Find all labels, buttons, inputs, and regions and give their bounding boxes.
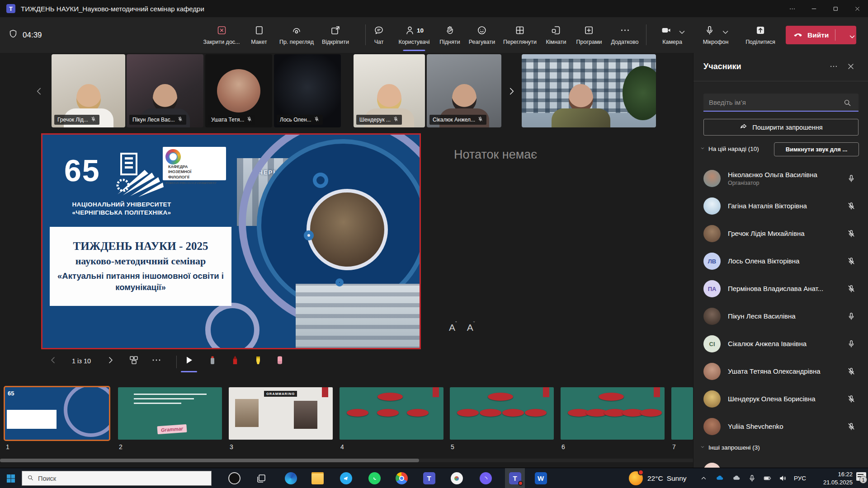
participant-row[interactable]: ПАПермінова Владислава Анат... [693,275,868,303]
thumbnail-number[interactable]: 7 [672,443,676,450]
volume-icon[interactable] [775,468,790,488]
video-tile[interactable]: Ушата Тетя... [205,54,272,127]
mic-icon[interactable] [847,312,856,321]
thumbnail-number[interactable]: 3 [230,443,233,450]
language-indicator[interactable]: РУС [794,468,806,488]
prev-slide-button[interactable] [48,355,59,367]
telegram-icon[interactable] [336,468,356,488]
toolbar-button-grid[interactable]: Переглянути [503,17,537,53]
mic-icon[interactable] [847,339,856,348]
slide-grid-button[interactable] [128,355,139,367]
weather-widget[interactable]: 22°C Sunny [647,468,687,488]
toolbar-button-ellipsis[interactable]: Додатково [611,17,639,53]
toolbar-button-layout[interactable]: Макет [251,17,267,53]
participant-row[interactable]: ЛВЛось Олена Вікторівна [693,248,868,275]
toolbar-button-rooms[interactable]: Кімнати [546,17,566,53]
file-explorer-icon[interactable] [307,468,327,488]
pen-tool[interactable] [207,355,218,367]
slide-thumbnail[interactable]: Grammar [118,387,222,440]
participant-row[interactable]: Ніколаєнко Ольга ВасилівнаОрганізатор [693,165,868,192]
panel-more-button[interactable] [829,62,840,73]
toolbar-button-apps[interactable]: Програми [576,17,602,53]
taskbar-search[interactable]: Поиск [22,471,212,486]
video-tile[interactable]: Гречок Лід... [52,54,125,127]
video-strip-next-button[interactable] [505,85,517,97]
start-button[interactable] [0,468,22,488]
participant-row[interactable]: Гречок Лідія Михайлівна [693,220,868,248]
taskbar-clock[interactable]: 16:22 21.05.2025 [814,468,853,488]
task-view-icon[interactable] [251,468,271,488]
video-tile[interactable]: Сікалюк Анжел... [427,54,501,127]
thumbnail-number[interactable]: 1 [6,443,9,450]
record-circle-icon[interactable] [224,468,244,488]
toolbar-button-smiley[interactable]: Реагувати [469,17,495,53]
video-tile[interactable]: Лось Олен... [274,54,341,127]
cloud-icon[interactable] [729,468,744,488]
next-slide-button[interactable] [105,355,116,367]
mic-off-icon[interactable] [847,229,856,238]
mic-off-icon[interactable] [847,422,856,431]
slide-more-button[interactable] [151,355,162,367]
crayon-tool[interactable] [230,355,241,367]
participant-row[interactable]: Ушата Тетяна Олександрівна [693,358,868,385]
slide-thumbnail[interactable] [450,387,554,440]
invited-section-header[interactable]: Інші запрошені (3) [700,444,760,451]
window-close-button[interactable] [846,0,868,17]
mic-off-icon[interactable] [847,394,856,404]
participant-row[interactable]: Yuliia Shevchenko [693,413,868,441]
slide-thumbnail[interactable]: GRAMMARING [229,387,333,440]
share-invite-button[interactable]: Поширити запрошення [703,119,859,136]
toolbar-button-mic[interactable]: Мікрофон [703,17,729,53]
slide-thumbnail[interactable] [340,387,443,440]
chevron-down-icon[interactable] [720,27,727,34]
toolbar-button-close-share[interactable]: Закрити дос... [203,17,240,53]
participant-row[interactable]: СІСікалюк Анжела Іванівна [693,330,868,358]
viber-icon[interactable] [476,468,495,488]
chevron-up-icon[interactable] [696,468,711,488]
video-tile[interactable]: Пікун Леся Вас... [127,54,203,127]
video-tile-spotlight[interactable] [522,54,656,127]
mic-tray-icon[interactable] [744,468,760,488]
mute-all-button[interactable]: Вимкнути звук для ... [774,142,859,156]
toolbar-button-share[interactable]: Поділитися [745,17,775,53]
chevron-down-icon[interactable] [840,32,847,39]
paint-icon[interactable] [447,468,467,488]
mic-icon[interactable] [847,174,856,183]
teams-icon[interactable]: T [419,468,439,488]
edge-icon[interactable] [281,468,301,488]
mic-off-icon[interactable] [847,202,856,211]
eraser-tool[interactable] [274,355,285,367]
whatsapp-icon[interactable] [364,468,384,488]
leave-button[interactable]: Вийти [786,26,856,44]
slide-thumbnail[interactable]: 65 [5,387,109,440]
toolbar-button-people[interactable]: 10Користувачі [398,17,429,53]
participant-row[interactable]: Шендерук Олена Борисівна [693,385,868,413]
toolbar-button-presenter[interactable]: Пр. перегляд [279,17,314,53]
participant-row[interactable]: Щербак Олена Миколаївна [693,458,868,468]
thumbnail-number[interactable]: 4 [340,443,344,450]
in-meeting-section-header[interactable]: На цій нараді (10) [700,145,759,152]
teams-meeting-icon[interactable]: T [505,468,525,488]
mic-off-icon[interactable] [847,284,856,293]
filmstrip-scrollbar-thumb[interactable] [0,459,419,462]
thumbnail-number[interactable]: 2 [119,443,123,450]
participant-search-input[interactable] [703,94,859,112]
mic-off-icon[interactable] [847,367,856,376]
panel-close-button[interactable] [846,62,857,73]
participant-row[interactable]: Гагіна Наталія Вікторівна [693,192,868,220]
toolbar-button-camera[interactable]: Камера [661,17,684,53]
video-strip-prev-button[interactable] [33,85,45,97]
laser-pointer-tool[interactable] [184,355,194,367]
thumbnail-number[interactable]: 5 [451,443,454,450]
slide-thumbnail[interactable] [671,387,693,440]
participant-row[interactable]: Пікун Леся Василівна [693,303,868,330]
window-maximize-button[interactable] [825,0,846,17]
toolbar-button-hand[interactable]: Підняти [439,17,460,53]
font-decrease-button[interactable]: Аˇ [467,322,475,333]
highlighter-tool[interactable] [253,355,264,367]
toolbar-button-chat[interactable]: Чат [373,17,384,53]
thumbnail-number[interactable]: 6 [561,443,565,450]
chrome-icon[interactable] [392,468,411,488]
word-icon[interactable]: W [531,468,551,488]
chevron-down-icon[interactable] [677,27,684,34]
